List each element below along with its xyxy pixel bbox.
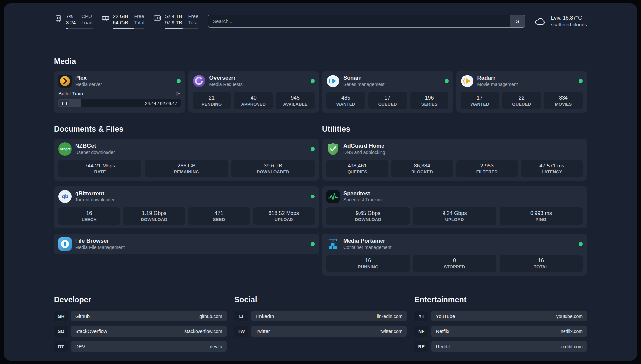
stat-value: 945 — [277, 95, 313, 101]
overseerr-card[interactable]: Overseerr Media Requests 21 PENDING 40 A… — [188, 71, 319, 113]
pause-icon — [62, 102, 67, 105]
bookmark-reddit[interactable]: RE Reddit reddit.com — [414, 341, 587, 352]
adguard-card[interactable]: AdGuard Home DNS and adblocking 498,461 … — [322, 139, 587, 181]
radarr-subtitle: Movie management — [477, 82, 518, 87]
stat-label: RUNNING — [328, 264, 408, 270]
radarr-stat-queued: 22 QUEUED — [502, 92, 541, 109]
playback-progress-bar[interactable]: 24:44 / 02:06:47 — [58, 99, 181, 107]
sonarr-subtitle: Series management — [343, 82, 384, 87]
filebrowser-card[interactable]: File Browser Media File Management — [54, 234, 319, 254]
speedtest-stat-ping: 0.993 ms PING — [500, 207, 583, 225]
plex-name: Plex — [75, 75, 102, 81]
ram-widget: 22 GiB Free 64 GiB Total — [101, 13, 145, 29]
stat-label: TOTAL — [501, 264, 581, 270]
bookmark-github[interactable]: GH Github github.com — [54, 311, 227, 321]
bookmark-url: linkedin.com — [377, 314, 403, 319]
stat-label: QUEUED — [504, 102, 539, 107]
bookmark-name: Github — [75, 313, 90, 319]
sonarr-card[interactable]: Sonarr Series management 485 WANTED 17 Q… — [322, 71, 453, 113]
bookmark-dev[interactable]: DT DEV dev.to — [54, 341, 227, 352]
cpu-load-value: 3.24 — [66, 19, 76, 26]
media-section: Media — [54, 57, 587, 113]
bookmark-url: stackoverflow.com — [184, 329, 222, 334]
overseerr-status-dot — [311, 79, 315, 83]
portainer-stat-stopped: 0 STOPPED — [413, 255, 496, 272]
adguard-icon — [326, 142, 340, 156]
qbittorrent-subtitle: Torrent downloader — [75, 197, 115, 203]
weather-widget: Lviv, 16.87°C scattered clouds — [534, 15, 587, 27]
radarr-stat-wanted: 17 WANTED — [461, 92, 499, 109]
stat-label: UPLOAD — [414, 217, 495, 222]
documents-section: Documents & Files nzbget NZBGet Usenet d… — [54, 125, 319, 254]
sonarr-stat-series: 196 SERIES — [410, 92, 449, 109]
qbittorrent-icon: qb — [58, 190, 72, 203]
stat-label: PING — [501, 217, 581, 222]
disk-widget: 52.4 TB Free 97.9 TB Total — [153, 13, 198, 29]
bookmark-abbr: YT — [414, 311, 428, 321]
entertainment-section: Entertainment YT YouTube youtube.com NF … — [414, 295, 587, 352]
stat-value: 471 — [190, 210, 249, 216]
social-section-title: Social — [234, 295, 407, 304]
portainer-stat-total: 16 TOTAL — [500, 255, 583, 272]
disk-free-label: Free — [188, 13, 198, 19]
nzbget-stat-downloaded: 39.6 TB DOWNLOADED — [231, 160, 315, 177]
nzbget-status-dot — [311, 147, 315, 151]
now-playing-title: Bullet Train — [58, 91, 83, 96]
bookmark-abbr: DT — [54, 341, 68, 352]
topbar: 7% CPU 3.24 Load — [54, 13, 587, 29]
speedtest-subtitle: Speedtest Tracking — [343, 197, 383, 203]
stat-label: BLOCKED — [393, 169, 452, 175]
bookmark-name: LinkedIn — [256, 313, 274, 319]
stat-label: SERIES — [412, 102, 447, 107]
nzbget-card[interactable]: nzbget NZBGet Usenet downloader 744.21 M… — [54, 139, 319, 181]
nzbget-icon: nzbget — [58, 142, 72, 156]
bookmark-abbr: GH — [54, 311, 68, 321]
overseerr-stat-pending: 21 PENDING — [193, 92, 231, 109]
stat-label: QUEUED — [370, 102, 406, 107]
qbittorrent-status-dot — [311, 195, 315, 198]
plex-card[interactable]: Plex Media server Bullet Train — [54, 71, 185, 113]
radarr-stat-movies: 834 MOVIES — [544, 92, 583, 109]
bookmark-youtube[interactable]: YT YouTube youtube.com — [414, 311, 587, 321]
stat-value: 39.6 TB — [233, 163, 313, 169]
bookmark-abbr: TW — [234, 326, 248, 337]
bookmark-url: reddit.com — [561, 344, 583, 349]
ram-free-value: 22 GiB — [113, 13, 128, 19]
cpu-usage-bar — [66, 28, 93, 29]
bookmark-twitter[interactable]: TW Twitter twitter.com — [234, 326, 407, 337]
bookmark-url: youtube.com — [556, 314, 583, 319]
speedtest-card[interactable]: Speedtest Speedtest Tracking 9.65 Gbps D… — [322, 186, 587, 228]
bookmark-linkedin[interactable]: LI LinkedIn linkedin.com — [234, 311, 407, 321]
stat-value: 21 — [194, 95, 230, 101]
ram-total-label: Total — [134, 19, 144, 26]
stat-label: LEECH — [60, 217, 119, 222]
bookmark-abbr: SO — [54, 326, 68, 337]
topbar-divider — [54, 35, 587, 35]
nzbget-stat-remaining: 266 GB REMAINING — [145, 160, 228, 177]
bookmark-name: Reddit — [436, 344, 450, 349]
bookmark-stackoverflow[interactable]: SO StackOverflow stackoverflow.com — [54, 326, 227, 337]
bookmark-abbr: NF — [414, 326, 428, 337]
filebrowser-icon — [58, 237, 72, 251]
pause-button[interactable] — [59, 100, 69, 106]
stat-label: DOWNLOAD — [328, 217, 408, 222]
bookmark-name: YouTube — [436, 313, 455, 319]
player-settings-icon[interactable] — [175, 91, 181, 96]
documents-section-title: Documents & Files — [54, 125, 319, 134]
adguard-stat-filtered: 2,953 FILTERED — [456, 160, 518, 177]
search-engine-button[interactable]: G — [510, 15, 525, 27]
nzbget-name: NZBGet — [75, 143, 115, 149]
social-section: Social LI LinkedIn linkedin.com TW Twitt… — [234, 295, 407, 337]
bookmark-netflix[interactable]: NF Netflix netflix.com — [414, 326, 587, 337]
search-input[interactable] — [208, 15, 510, 27]
stat-label: DOWNLOAD — [125, 217, 184, 222]
stat-label: REMAINING — [146, 169, 227, 175]
stat-label: WANTED — [462, 102, 498, 107]
portainer-card[interactable]: Media Portainer Container management 16 … — [322, 234, 587, 276]
qbittorrent-card[interactable]: qb qBittorrent Torrent downloader 16 — [54, 186, 319, 228]
stat-label: SEED — [190, 217, 249, 222]
bookmark-url: twitter.com — [380, 329, 402, 334]
radarr-card[interactable]: Radarr Movie management 17 WANTED 22 QUE… — [456, 71, 587, 113]
bookmark-name: DEV — [75, 344, 85, 349]
bookmark-url: github.com — [199, 314, 222, 319]
